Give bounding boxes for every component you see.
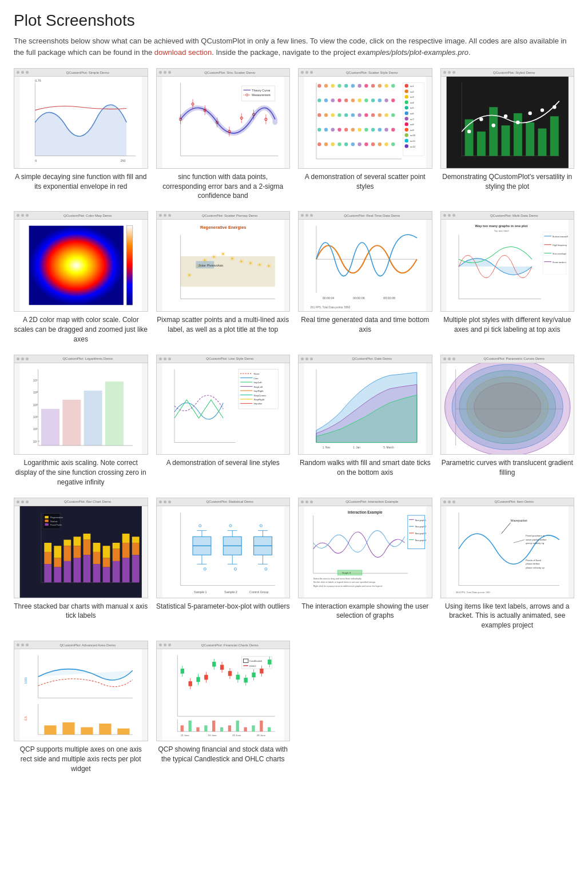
svg-point-80 <box>378 98 382 102</box>
svg-text:261 FPS, Total Data points: 58: 261 FPS, Total Data points: 5892 <box>310 306 350 309</box>
svg-rect-380 <box>236 721 239 732</box>
svg-point-101 <box>357 128 361 132</box>
plot-thumbnail-interaction[interactable]: QCustomPlot: Interaction Example Interac… <box>298 498 432 598</box>
svg-rect-335 <box>99 724 111 734</box>
svg-point-100 <box>351 128 355 132</box>
plot-thumbnail-date-demo[interactable]: QCustomPlot: Date Demo 1. Nov 1. Jan 5. … <box>298 355 432 455</box>
plot-thumbnail-colormap[interactable]: QCustomPlot: Color Map Demo <box>14 211 148 312</box>
svg-text:Impulse: Impulse <box>253 402 263 405</box>
svg-rect-352 <box>188 681 192 686</box>
svg-rect-381 <box>244 727 247 731</box>
svg-point-112 <box>351 142 355 146</box>
svg-text:Line: Line <box>253 376 259 379</box>
chrome-dot-yellow <box>21 71 24 74</box>
svg-text:☀: ☀ <box>256 261 262 268</box>
plot-thumbnail-styled-demo[interactable]: QCustomPlot: Styled Demo <box>440 68 575 169</box>
chrome-dot-green <box>168 357 171 360</box>
thumb-chrome-parametric: QCustomPlot: Parametric Curves Demo <box>441 355 574 363</box>
chrome-dot-green <box>452 214 455 217</box>
svg-rect-257 <box>132 543 140 555</box>
thumb-body-simple-demo: 0.75 0 250 <box>14 77 148 168</box>
svg-point-134 <box>516 121 519 124</box>
svg-rect-239 <box>73 546 81 558</box>
svg-rect-258 <box>132 555 140 582</box>
svg-text:StepCenter: StepCenter <box>253 394 266 396</box>
thumb-body-date-demo: 1. Nov 1. Jan 5. March <box>299 363 432 455</box>
svg-point-43 <box>405 106 408 109</box>
plot-thumbnail-advanced-axes[interactable]: QCustomPlot: Advanced Axes Demo 1000 0.5 <box>14 641 148 741</box>
chrome-dot-red <box>443 214 446 217</box>
svg-rect-140 <box>126 226 133 305</box>
plot-thumbnail-item-demo[interactable]: QCustomPlot: Item Demo Wavepacket Fixed … <box>440 498 575 598</box>
svg-text:None: None <box>253 372 260 375</box>
plot-thumbnail-bar-chart[interactable]: QCustomPlot: Bar Chart Demo <box>14 498 148 598</box>
download-link[interactable]: download section <box>154 48 212 57</box>
plot-thumbnail-simple-demo[interactable]: QCustomPlot: Simple Demo 0.75 0 250 <box>14 68 148 169</box>
plot-thumbnail-line-style[interactable]: QCustomPlot: Line Style Demo None Line I… <box>156 355 291 455</box>
svg-rect-255 <box>122 558 130 582</box>
plot-thumbnail-realtime[interactable]: QCustomPlot: Real Time Data Demo 00:00:0… <box>298 211 432 312</box>
plot-thumbnail-scatter-pixmap[interactable]: QCustomPlot: Scatter Pixmap Demo Regener… <box>156 211 291 312</box>
svg-point-97 <box>331 128 335 132</box>
plot-thumbnail-sinc-scatter[interactable]: QCustomPlot: Sinc Scatter Demo Theory Cu… <box>156 68 291 169</box>
svg-point-106 <box>391 128 395 132</box>
svg-point-225 <box>444 363 570 455</box>
plot-item-sinc-scatter: QCustomPlot: Sinc Scatter Demo Theory Cu… <box>156 68 291 201</box>
thumb-chrome-simple-demo: QCustomPlot: Simple Demo <box>14 69 148 77</box>
svg-text:sc5: sc5 <box>410 106 414 109</box>
plot-thumbnail-parametric[interactable]: QCustomPlot: Parametric Curves Demo <box>440 355 575 455</box>
chrome-dot-yellow <box>164 357 166 360</box>
svg-rect-127 <box>526 122 534 156</box>
plot-thumbnail-multi-data[interactable]: QCustomPlot: Multi Data Demo Way too man… <box>440 211 575 312</box>
chrome-dot-red <box>301 357 304 360</box>
svg-text:Sample 1: Sample 1 <box>194 590 206 594</box>
thumb-chrome-interaction: QCustomPlot: Interaction Example <box>299 498 432 506</box>
svg-text:New graph 3: New graph 3 <box>415 533 426 535</box>
svg-rect-235 <box>63 539 71 546</box>
thumb-chrome-scatter-pixmap: QCustomPlot: Scatter Pixmap Demo <box>157 212 290 220</box>
intro-text: The screenshots below show what can be a… <box>14 35 574 58</box>
chrome-title: QCustomPlot: Statistical Demo <box>173 500 288 503</box>
svg-text:10²: 10² <box>33 415 38 418</box>
svg-text:sc11: sc11 <box>410 140 416 142</box>
svg-point-88 <box>351 113 355 117</box>
plot-thumbnail-logarithmic[interactable]: QCustomPlot: Logarithmic Demo 10⁻⁰10¹10²… <box>14 355 148 455</box>
svg-text:Sample 2: Sample 2 <box>224 590 237 594</box>
plot-item-scatter-pixmap: QCustomPlot: Scatter Pixmap Demo Regener… <box>156 211 291 344</box>
chrome-dot-red <box>443 357 446 360</box>
chrome-dot-red <box>301 71 304 74</box>
svg-point-111 <box>344 142 348 146</box>
svg-text:☀: ☀ <box>229 256 235 263</box>
svg-rect-126 <box>513 113 522 156</box>
svg-point-103 <box>371 128 375 132</box>
svg-rect-229 <box>44 543 51 552</box>
svg-rect-260 <box>45 516 48 518</box>
svg-point-96 <box>324 128 328 132</box>
thumb-body-multi-data: Way too many graphs in one plot Top axis… <box>441 220 574 311</box>
chrome-dot-yellow <box>305 500 308 503</box>
thumb-chrome-scatter-style: QCustomPlot: Scatter Style Demo <box>299 69 432 77</box>
svg-point-94 <box>391 113 395 117</box>
svg-text:sc6: sc6 <box>410 112 414 115</box>
svg-point-60 <box>324 84 328 88</box>
svg-text:sc9: sc9 <box>410 129 414 132</box>
thumb-chrome-date-demo: QCustomPlot: Date Demo <box>299 355 432 363</box>
thumb-chrome-colormap: QCustomPlot: Color Map Demo <box>14 212 148 220</box>
chrome-dot-red <box>17 643 19 646</box>
plot-caption-realtime: Real time generated data and time bottom… <box>298 315 432 335</box>
svg-rect-233 <box>54 558 61 567</box>
svg-rect-364 <box>236 675 239 680</box>
svg-rect-332 <box>44 725 56 734</box>
svg-point-117 <box>384 142 388 146</box>
chrome-title: QCustomPlot: Bar Chart Demo <box>30 500 145 503</box>
plot-caption-advanced-axes: QCP supports multiple axes on one axis r… <box>14 745 148 773</box>
plot-thumbnail-financial[interactable]: QCustomPlot: Financial Charts Demo Candl… <box>156 641 291 741</box>
svg-rect-368 <box>252 673 255 678</box>
svg-point-63 <box>344 84 348 88</box>
plot-thumbnail-statistical[interactable]: QCustomPlot: Statistical Demo <box>156 498 291 598</box>
svg-text:Way too many graphs in one plo: Way too many graphs in one plot <box>475 224 527 228</box>
svg-rect-251 <box>113 549 120 561</box>
plot-thumbnail-scatter-style[interactable]: QCustomPlot: Scatter Style Demo sc1 sc2 … <box>298 68 432 169</box>
svg-rect-384 <box>268 727 271 731</box>
chrome-dot-green <box>26 357 29 360</box>
